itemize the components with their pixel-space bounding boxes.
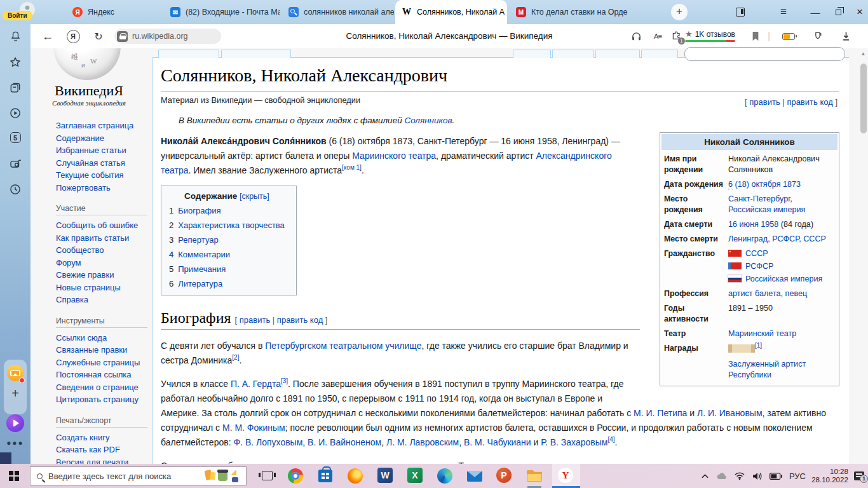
lock-icon[interactable] xyxy=(117,31,128,42)
nav-link[interactable]: Скачать как PDF xyxy=(56,444,151,456)
wiki-link[interactable]: В. М. Чабукиани xyxy=(464,437,531,447)
wiki-tab-remnant[interactable] xyxy=(641,50,678,58)
nav-link[interactable]: Справка xyxy=(56,294,151,306)
address-bar[interactable]: ru.wikipedia.org xyxy=(114,29,221,44)
back-button[interactable]: ← xyxy=(38,24,57,48)
tray-onedrive[interactable] xyxy=(714,464,729,488)
minimize-button[interactable]: — xyxy=(804,0,826,24)
taskbar-app-edge[interactable] xyxy=(437,468,453,484)
nav-link[interactable]: Текущие события xyxy=(56,169,151,182)
ref-link[interactable]: [3] xyxy=(281,377,288,384)
screenshot-button[interactable] xyxy=(0,158,31,170)
wiki-link[interactable]: Л. М. Лавровским xyxy=(386,437,459,447)
scrollbar-thumb[interactable] xyxy=(860,64,867,133)
strip-add-button[interactable]: + xyxy=(0,386,31,401)
award-link[interactable]: Заслуженный артист xyxy=(728,359,836,370)
wiki-tab-remnant[interactable] xyxy=(158,50,219,58)
taskbar-app-chrome[interactable] xyxy=(287,468,304,484)
tray-action-center[interactable]: 1 xyxy=(851,464,867,488)
tray-show-hidden[interactable] xyxy=(698,464,712,488)
toc-hide-link[interactable]: [скрыть] xyxy=(240,192,269,201)
tab-m-site[interactable]: М Кто делал ставки на Орде xyxy=(510,0,637,24)
tab-search[interactable]: солянников николай алек xyxy=(282,0,394,24)
taskbar-app-firefox[interactable] xyxy=(347,468,363,484)
taskbar-app-powerpoint[interactable]: P xyxy=(496,468,512,483)
scroll-up-arrow[interactable]: ▲ xyxy=(858,51,868,57)
start-button[interactable] xyxy=(9,471,19,481)
notifications-button[interactable] xyxy=(0,30,31,43)
menu-button[interactable]: ≡ xyxy=(773,0,794,24)
taskbar-app-mail[interactable] xyxy=(466,468,483,484)
nav-link[interactable]: Связанные правки xyxy=(56,344,151,356)
listen-button[interactable] xyxy=(627,24,646,48)
nav-link[interactable]: Служебные страницы xyxy=(56,356,151,369)
tray-battery[interactable] xyxy=(768,464,784,488)
restore-button[interactable] xyxy=(827,0,849,24)
wiki-tab-remnant[interactable] xyxy=(513,50,551,58)
reader-mode-button[interactable]: А≡ xyxy=(648,24,667,48)
wiki-link[interactable]: Р. В. Захаровым xyxy=(541,437,607,447)
reload-button[interactable]: ↻ xyxy=(89,24,108,48)
yandex-home-button[interactable]: Я xyxy=(64,24,83,48)
birth-date-link[interactable]: 6 (18) октября 1873 xyxy=(728,180,801,189)
toc-link[interactable]: Комментарии xyxy=(178,250,230,259)
collections-button[interactable] xyxy=(0,81,31,94)
edit-link[interactable]: править xyxy=(240,315,270,325)
bookmark-button[interactable] xyxy=(747,24,764,48)
nav-link[interactable]: Цитировать страницу xyxy=(56,393,151,406)
tray-language[interactable]: РУС xyxy=(787,464,808,488)
taskbar-search[interactable]: Введите здесь текст для поиска xyxy=(30,466,247,485)
nav-link[interactable]: Версия для печати xyxy=(56,456,151,464)
strip-more-button[interactable]: ●●● xyxy=(0,438,31,447)
alice-assistant-button[interactable] xyxy=(6,414,24,432)
sidebar-panel-button[interactable] xyxy=(729,0,751,24)
nav-link[interactable]: Новые страницы xyxy=(56,281,151,294)
wiki-link[interactable]: Солянников xyxy=(404,116,452,125)
ref-link[interactable]: [4] xyxy=(607,436,614,443)
tab-yandex[interactable]: Я Яндекс xyxy=(66,0,161,24)
birthplace-link[interactable]: Санкт-Петербург, xyxy=(728,194,836,205)
tray-volume[interactable] xyxy=(750,464,765,488)
task-view-button[interactable] xyxy=(262,471,273,480)
toc-link[interactable]: Характеристика творчества xyxy=(178,220,285,230)
video-button[interactable] xyxy=(0,107,31,119)
downloads-button[interactable] xyxy=(836,24,855,48)
nav-link[interactable]: Избранные статьи xyxy=(56,144,151,157)
taskbar-app-store[interactable] xyxy=(317,468,334,484)
new-tab-button[interactable]: + xyxy=(671,4,688,20)
nav-link[interactable]: Как править статьи xyxy=(56,232,151,245)
toc-link[interactable]: Примечания xyxy=(178,264,226,274)
nav-link[interactable]: Постоянная ссылка xyxy=(56,369,151,381)
tray-wifi[interactable] xyxy=(732,464,747,488)
nav-link[interactable]: Свежие правки xyxy=(56,269,151,281)
citizenship-link[interactable]: СССР xyxy=(745,249,768,258)
ref-link[interactable]: [2] xyxy=(232,354,239,361)
wiki-link[interactable]: П. А. Гердта xyxy=(231,379,281,389)
taskbar-app-explorer[interactable] xyxy=(526,468,543,484)
close-button[interactable]: × xyxy=(849,0,868,24)
extensions-button[interactable]: 1 xyxy=(668,24,685,48)
theatre-link[interactable]: Мариинский театр xyxy=(728,329,796,338)
wiki-link[interactable]: Мариинского театра xyxy=(352,151,436,161)
tab-mail[interactable]: ✉ (82) Входящие - Почта Ма xyxy=(164,0,280,24)
profession-link[interactable]: артист балета, певец xyxy=(728,289,807,298)
taskbar-app-word[interactable]: W xyxy=(377,468,393,483)
nav-link[interactable]: Ссылки сюда xyxy=(56,332,151,344)
toc-link[interactable]: Репертуар xyxy=(178,235,218,245)
award-ribbon-image[interactable] xyxy=(728,344,755,353)
taskbar-app-excel[interactable]: X xyxy=(407,468,423,483)
nav-link[interactable]: Сведения о странице xyxy=(56,381,151,394)
wiki-link[interactable]: Петербургском театральном училище xyxy=(265,341,421,351)
wikipedia-logo-globe[interactable]: 维Wи xyxy=(53,48,121,80)
birthplace-country-link[interactable]: Российская империя xyxy=(728,205,805,214)
nav-link[interactable]: Создать книгу xyxy=(56,431,151,444)
reviews-button[interactable]: ★ 1K отзывов xyxy=(685,29,735,39)
nav-link[interactable]: Форум xyxy=(56,257,151,269)
tab-wikipedia-active[interactable]: W Солянников, Николай А ✕ xyxy=(395,0,507,24)
death-date-link[interactable]: 16 июня 1958 xyxy=(728,220,778,229)
nav-link[interactable]: Содержание xyxy=(56,132,151,145)
ref-link[interactable]: [ком 1] xyxy=(342,164,362,171)
nav-link[interactable]: Сообщить об ошибке xyxy=(56,219,151,232)
wiki-tab-remnant[interactable] xyxy=(221,50,291,58)
tabs-count-button[interactable]: 5 xyxy=(0,132,31,143)
